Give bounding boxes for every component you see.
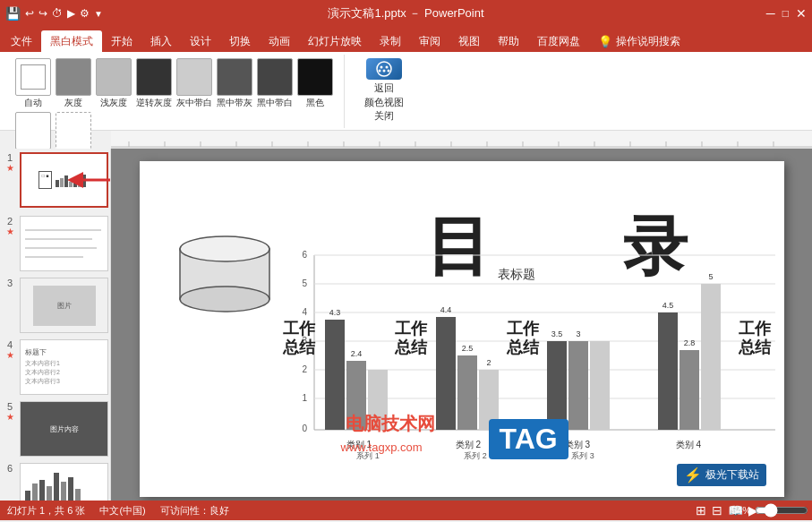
- svg-text:2.5: 2.5: [461, 344, 473, 353]
- slide-item-6[interactable]: 6 ★: [2, 463, 108, 501]
- tab-review[interactable]: 审阅: [410, 30, 449, 52]
- slides-panel: 1 ★ □ ■: [0, 149, 111, 501]
- work-label-2: 工作总结: [395, 320, 427, 358]
- work-label-1: 工作总结: [283, 320, 315, 358]
- close-icon[interactable]: ✕: [796, 6, 807, 21]
- slide-number-4: 4: [7, 339, 13, 350]
- language: 中文(中国): [99, 504, 145, 518]
- tab-record[interactable]: 录制: [371, 30, 410, 52]
- redo-icon[interactable]: ↪: [38, 7, 47, 20]
- tab-slideshow[interactable]: 幻灯片放映: [299, 30, 371, 52]
- slide-info: 幻灯片 1，共 6 张: [7, 504, 85, 518]
- return-color-button[interactable]: 返回 颜色视图 关闭: [352, 56, 416, 127]
- tab-baiduyun[interactable]: 百度网盘: [528, 30, 589, 52]
- slide-canvas[interactable]: 目 录 表标题 6 5: [140, 161, 784, 497]
- present-icon[interactable]: ▶: [67, 7, 75, 20]
- jiguang-logo: ⚡ 极光下载站: [677, 464, 766, 486]
- maximize-icon[interactable]: □: [782, 7, 789, 20]
- swatch-black[interactable]: 黑色: [296, 58, 334, 109]
- svg-point-3: [383, 70, 386, 73]
- svg-rect-29: [69, 182, 73, 187]
- return-btn-line3: 关闭: [374, 109, 394, 123]
- tab-help[interactable]: 帮助: [489, 30, 528, 52]
- canvas-area: 目 录 表标题 6 5: [111, 149, 812, 501]
- tab-insert[interactable]: 插入: [141, 30, 181, 52]
- tab-bwmode[interactable]: 黑白模式: [41, 30, 102, 52]
- tab-home[interactable]: 开始: [102, 30, 141, 52]
- svg-text:文本内容行2: 文本内容行2: [25, 369, 60, 375]
- svg-rect-44: [32, 483, 38, 501]
- svg-text:4.3: 4.3: [329, 308, 340, 317]
- swatch-auto[interactable]: 自动: [14, 58, 52, 109]
- swatch-gray-white[interactable]: 灰中带白: [175, 58, 213, 109]
- slide-star-3: ★: [6, 288, 14, 298]
- zoom-slider[interactable]: [755, 506, 808, 515]
- slide-star-6: ★: [6, 474, 14, 483]
- svg-text:5: 5: [302, 278, 307, 288]
- work-label-4: 工作总结: [739, 320, 771, 358]
- slide-number-5: 5: [7, 401, 13, 412]
- svg-rect-31: [78, 179, 81, 187]
- svg-text:类别 2: 类别 2: [455, 440, 481, 449]
- swatch-inverse-gray-label: 逆转灰度: [136, 97, 172, 109]
- svg-text:2: 2: [302, 364, 307, 374]
- svg-rect-84: [568, 341, 588, 430]
- slide-item-4[interactable]: 4 ★ 标题下 文本内容行1 文本内容行2 文本内容行3: [2, 339, 108, 395]
- slide-star-1: ★: [6, 163, 14, 173]
- watermark-red-text: 电脑技术网: [346, 412, 435, 436]
- svg-text:6: 6: [302, 251, 307, 260]
- svg-text:4.5: 4.5: [662, 301, 673, 310]
- svg-rect-48: [61, 482, 66, 501]
- tab-transitions[interactable]: 切换: [220, 30, 260, 52]
- svg-point-2: [386, 66, 389, 69]
- tab-file[interactable]: 文件: [2, 30, 41, 52]
- search-help-icon[interactable]: 💡操作说明搜索: [589, 30, 689, 52]
- svg-text:文本内容行3: 文本内容行3: [25, 378, 60, 384]
- svg-rect-43: [25, 491, 30, 501]
- svg-rect-27: [60, 178, 64, 187]
- save-icon[interactable]: 💾: [5, 6, 21, 21]
- svg-rect-75: [436, 317, 456, 430]
- tab-animations[interactable]: 动画: [260, 30, 299, 52]
- svg-text:系列 3: 系列 3: [571, 451, 594, 460]
- svg-point-4: [379, 70, 381, 73]
- view-browse-icon[interactable]: ⊟: [712, 503, 722, 518]
- svg-text:4.4: 4.4: [440, 305, 451, 314]
- slide-item-5[interactable]: 5 ★ 图片内容: [2, 401, 108, 457]
- view-normal-icon[interactable]: ⊞: [696, 503, 706, 518]
- svg-text:1: 1: [302, 393, 307, 403]
- accessibility: 可访问性：良好: [160, 504, 229, 518]
- svg-text:标题下: 标题下: [24, 348, 47, 356]
- swatch-inverse-gray[interactable]: 逆转灰度: [135, 58, 173, 109]
- svg-rect-82: [547, 341, 567, 430]
- svg-rect-32: [82, 175, 86, 187]
- slide-item-2[interactable]: 2 ★: [2, 216, 108, 271]
- swatch-light-gray-label: 浅灰度: [100, 97, 127, 109]
- tab-view[interactable]: 视图: [449, 30, 489, 52]
- slide-item-3[interactable]: 3 ★ 图片: [2, 278, 108, 333]
- svg-rect-86: [590, 341, 610, 430]
- swatch-black-white[interactable]: 黑中带白: [256, 58, 294, 109]
- swatch-black-gray[interactable]: 黑中带灰: [216, 58, 253, 109]
- return-btn-line2: 颜色视图: [364, 96, 404, 109]
- svg-rect-50: [75, 489, 81, 501]
- svg-point-53: [180, 236, 269, 261]
- swatch-gray[interactable]: 灰度: [55, 58, 92, 109]
- svg-text:3.5: 3.5: [551, 329, 562, 338]
- settings-icon[interactable]: ⚙: [80, 7, 90, 20]
- return-btn-line1: 返回: [374, 81, 394, 95]
- svg-text:系列 2: 系列 2: [464, 451, 487, 460]
- timer-icon[interactable]: ⏱: [52, 7, 63, 20]
- svg-rect-30: [73, 177, 77, 187]
- dropdown-icon[interactable]: ▼: [94, 9, 103, 19]
- slide-item-1[interactable]: 1 ★ □ ■: [2, 152, 108, 208]
- swatch-light-gray[interactable]: 浅灰度: [95, 58, 132, 109]
- svg-rect-45: [39, 480, 45, 501]
- svg-point-5: [388, 70, 390, 73]
- slide-number-3: 3: [7, 278, 13, 288]
- slide-number-1: 1: [7, 152, 13, 163]
- minimize-icon[interactable]: ─: [766, 6, 775, 21]
- undo-icon[interactable]: ↩: [25, 7, 34, 20]
- tab-design[interactable]: 设计: [181, 30, 220, 52]
- slide-star-2: ★: [6, 227, 14, 236]
